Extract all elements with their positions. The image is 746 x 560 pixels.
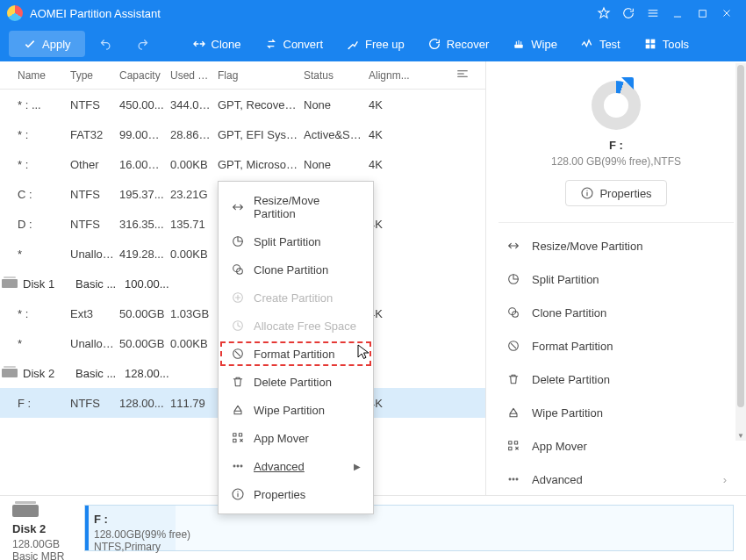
table-row[interactable]: * :FAT3299.00MB28.86MBGPT, EFI Syste...A…	[0, 119, 485, 149]
pie-chart-icon	[592, 81, 641, 130]
svg-point-28	[237, 465, 239, 467]
split-icon	[506, 271, 521, 287]
wipe-partition-icon	[506, 405, 521, 420]
undo-button[interactable]	[90, 32, 122, 56]
side-clone[interactable]: Clone Partition	[499, 297, 734, 328]
appmover-icon	[506, 438, 521, 454]
appmover-icon	[231, 431, 245, 445]
scroll-down-icon[interactable]: ▼	[735, 430, 746, 441]
divider	[499, 222, 734, 223]
svg-point-27	[233, 465, 235, 467]
side-advanced[interactable]: Advanced›	[499, 463, 734, 495]
ctx-advanced[interactable]: Advanced▶	[219, 452, 373, 480]
test-button[interactable]: Test	[571, 32, 629, 56]
tools-button[interactable]: Tools	[635, 32, 698, 56]
undo-icon	[99, 37, 113, 51]
col-align[interactable]: Alignm...	[369, 69, 418, 82]
delete-icon	[231, 375, 245, 389]
freeup-button[interactable]: Free up	[337, 32, 413, 56]
col-name[interactable]: Name	[18, 69, 70, 82]
svg-rect-12	[509, 442, 512, 444]
svg-rect-24	[233, 434, 236, 436]
recover-label: Recover	[447, 38, 489, 51]
ctx-properties[interactable]: Properties	[219, 480, 373, 508]
convert-icon	[264, 37, 278, 51]
allocate-icon	[231, 319, 245, 333]
partition-line2: NTFS,Primary	[94, 541, 724, 553]
ctx-split[interactable]: Split Partition	[219, 227, 373, 255]
clone-icon	[192, 37, 206, 51]
ctx-create: Create Partition	[219, 284, 373, 312]
svg-point-1	[348, 47, 349, 49]
favorite-button[interactable]	[592, 1, 616, 25]
refresh-button[interactable]	[616, 1, 641, 25]
ctx-appmover[interactable]: App Mover	[219, 424, 373, 452]
col-used[interactable]: Used S...	[170, 69, 218, 82]
wipe-icon	[231, 403, 245, 417]
redo-button[interactable]	[127, 32, 159, 56]
wipe-label: Wipe	[531, 38, 557, 51]
freeup-icon	[346, 37, 360, 51]
apply-label: Apply	[42, 38, 71, 51]
ctx-format[interactable]: Format Partition	[219, 340, 373, 368]
col-type[interactable]: Type	[70, 69, 119, 82]
col-flag[interactable]: Flag	[218, 69, 304, 82]
side-split[interactable]: Split Partition	[499, 263, 734, 295]
ctx-clone[interactable]: Clone Partition	[219, 255, 373, 284]
freeup-label: Free up	[365, 38, 405, 51]
col-capacity[interactable]: Capacity	[119, 69, 170, 82]
wipe-icon	[512, 37, 526, 51]
app-logo-icon	[7, 5, 23, 21]
clone-button[interactable]: Clone	[183, 32, 250, 56]
properties-button[interactable]: Properties	[565, 180, 666, 206]
ctx-wipe[interactable]: Wipe Partition	[219, 396, 373, 424]
submenu-arrow-icon: ▶	[354, 462, 361, 471]
format-icon	[231, 347, 245, 361]
resize-icon	[506, 238, 521, 254]
svg-rect-6	[650, 45, 655, 49]
check-icon	[23, 37, 37, 51]
partition-map-card[interactable]: F : 128.00GB(99% free) NTFS,Primary	[84, 505, 734, 551]
resize-icon	[231, 200, 245, 214]
vertical-scrollbar[interactable]: ▲ ▼	[735, 63, 746, 441]
svg-rect-26	[233, 439, 236, 442]
ctx-delete[interactable]: Delete Partition	[219, 368, 373, 396]
disk-size: 128.00GB	[12, 538, 74, 550]
apply-button[interactable]: Apply	[9, 31, 85, 57]
delete-icon	[506, 371, 521, 387]
close-button[interactable]	[714, 1, 739, 25]
svg-point-17	[516, 478, 518, 480]
clone-label: Clone	[212, 38, 241, 51]
convert-button[interactable]: Convert	[255, 32, 333, 56]
properties-label: Properties	[599, 187, 651, 200]
col-status[interactable]: Status	[304, 69, 369, 82]
table-row[interactable]: * :Other16.00MB0.00KBGPT, Microsoft ...N…	[0, 149, 485, 179]
menu-button[interactable]	[641, 1, 665, 25]
dots-icon	[231, 459, 245, 473]
scroll-thumb[interactable]	[737, 65, 744, 407]
create-icon	[231, 291, 245, 305]
svg-point-29	[240, 465, 242, 467]
minimize-button[interactable]	[665, 1, 690, 25]
column-settings-icon[interactable]	[455, 67, 475, 83]
side-wipe[interactable]: Wipe Partition	[499, 397, 734, 428]
side-resize[interactable]: Resize/Move Partition	[499, 230, 734, 262]
side-appmover[interactable]: App Mover	[499, 430, 734, 462]
maximize-button[interactable]	[690, 1, 714, 25]
table-row[interactable]: * : ...NTFS450.00...344.02...GPT, Recove…	[0, 90, 485, 119]
redo-icon	[136, 37, 150, 51]
recover-button[interactable]: Recover	[419, 32, 498, 56]
ctx-resize[interactable]: Resize/Move Partition	[219, 187, 373, 227]
side-delete[interactable]: Delete Partition	[499, 363, 734, 395]
convert-label: Convert	[283, 38, 324, 51]
svg-rect-0	[699, 10, 706, 17]
wipe-button[interactable]: Wipe	[503, 32, 566, 56]
svg-rect-13	[514, 442, 517, 444]
disk-summary-card[interactable]: Disk 2 128.00GB Basic MBR	[12, 505, 74, 551]
title-bar: AOMEI Partition Assistant	[0, 0, 746, 26]
disk-type: Basic MBR	[12, 550, 74, 560]
side-format[interactable]: Format Partition	[499, 330, 734, 362]
ctx-allocate: Allocate Free Space	[219, 312, 373, 340]
disk-row-icon	[2, 369, 18, 377]
selected-drive-info: 128.00 GB(99% free),NTFS	[486, 155, 746, 168]
